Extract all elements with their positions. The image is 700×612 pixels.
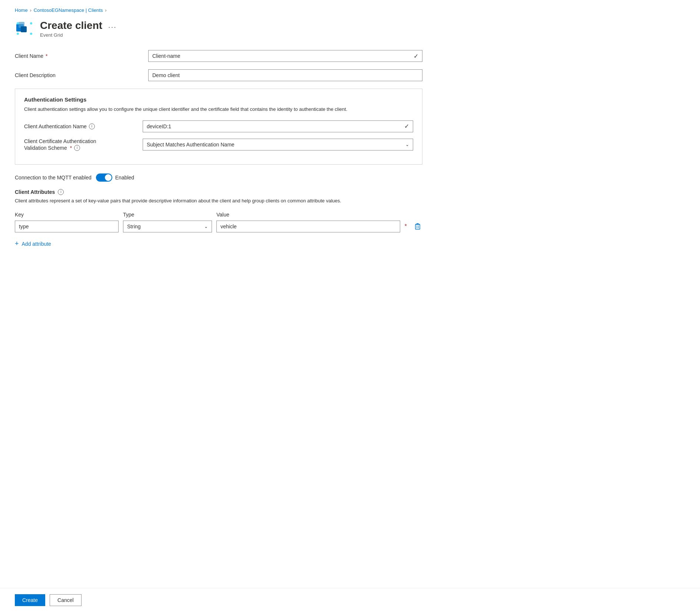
svg-point-3 (17, 22, 19, 24)
attr-type-value-0: String (127, 224, 141, 229)
form-section: Client Name * Client-name ✓ Client Descr… (15, 50, 422, 251)
cert-dropdown-arrow: ⌄ (405, 142, 409, 147)
auth-settings-box: Authentication Settings Client authentic… (15, 89, 422, 165)
breadcrumb: Home › ContosoEGNamespace | Clients › (15, 7, 430, 13)
mqtt-toggle-wrapper: Enabled (96, 173, 134, 182)
checkmark-icon: ✓ (414, 53, 418, 60)
breadcrumb-namespace[interactable]: ContosoEGNamespace | Clients (34, 7, 103, 13)
svg-rect-2 (21, 26, 27, 32)
client-desc-label: Client Description (15, 72, 148, 78)
bottom-bar: Create Cancel (0, 588, 700, 612)
client-name-value: Client-name (152, 53, 180, 59)
add-attribute-label: Add attribute (22, 241, 51, 247)
mqtt-toggle[interactable] (96, 173, 112, 182)
auth-checkmark-icon: ✓ (404, 123, 409, 130)
cert-scheme-dropdown[interactable]: Subject Matches Authentication Name ⌄ (143, 139, 413, 150)
toggle-knob (105, 174, 112, 181)
auth-name-input-wrapper[interactable]: deviceID:1 ✓ (143, 120, 413, 132)
cert-scheme-row: Client Certificate Authentication Valida… (24, 138, 413, 151)
client-name-label: Client Name * (15, 53, 148, 59)
ellipsis-button[interactable]: ... (107, 21, 118, 30)
attr-col-value-header: Value (216, 212, 422, 218)
svg-point-5 (17, 33, 19, 35)
cert-scheme-label: Client Certificate Authentication Valida… (24, 138, 143, 151)
required-star-cert: * (70, 145, 72, 151)
attr-col-type-header: Type (123, 212, 212, 218)
client-name-input-wrapper[interactable]: Client-name ✓ (148, 50, 422, 62)
auth-box-title: Authentication Settings (24, 96, 413, 103)
page-title: Create client ... (40, 20, 118, 32)
page-header: Create client ... Event Grid (15, 19, 430, 38)
create-button[interactable]: Create (15, 594, 45, 606)
client-attributes-info-icon[interactable]: i (58, 189, 64, 195)
svg-rect-8 (417, 224, 419, 224)
breadcrumb-sep1: › (30, 8, 31, 13)
attr-header-row: Key Type Value (15, 212, 422, 218)
attr-required-dot-0: * (405, 223, 407, 230)
plus-icon: + (15, 240, 19, 248)
svg-rect-9 (415, 225, 420, 229)
client-desc-row: Client Description (15, 69, 422, 81)
auth-box-desc: Client authentication settings allow you… (24, 106, 413, 113)
client-attributes-desc: Client attributes represent a set of key… (15, 197, 422, 205)
svg-point-6 (30, 33, 32, 35)
page-subtitle: Event Grid (40, 32, 118, 38)
cancel-button[interactable]: Cancel (50, 594, 82, 606)
attr-delete-btn-0[interactable] (413, 222, 422, 231)
auth-name-info-icon[interactable]: i (89, 123, 95, 129)
auth-name-label: Client Authentication Name i (24, 123, 143, 129)
attr-value-input-0[interactable] (216, 221, 400, 232)
client-desc-input-wrapper[interactable] (148, 69, 422, 81)
client-name-row: Client Name * Client-name ✓ (15, 50, 422, 62)
mqtt-label: Connection to the MQTT enabled (15, 175, 92, 181)
mqtt-status: Enabled (115, 175, 134, 181)
cert-info-icon[interactable]: i (74, 145, 80, 151)
client-desc-input[interactable] (152, 70, 418, 81)
auth-name-row: Client Authentication Name i deviceID:1 … (24, 120, 413, 132)
mqtt-row: Connection to the MQTT enabled Enabled (15, 173, 422, 182)
attr-type-arrow-0: ⌄ (204, 224, 208, 229)
breadcrumb-sep2: › (105, 8, 107, 13)
event-grid-icon (15, 19, 34, 38)
cert-scheme-value: Subject Matches Authentication Name (147, 142, 235, 148)
attr-col-key-header: Key (15, 212, 119, 218)
attr-row-0: String ⌄ * (15, 221, 422, 232)
client-attributes-title: Client Attributes (15, 189, 55, 195)
add-attribute-button[interactable]: + Add attribute (15, 237, 51, 251)
attributes-table: Key Type Value String ⌄ * (15, 212, 422, 232)
client-attributes-title-row: Client Attributes i (15, 189, 422, 195)
attr-key-input-0[interactable] (15, 221, 119, 232)
svg-point-4 (30, 22, 32, 24)
breadcrumb-home[interactable]: Home (15, 7, 28, 13)
required-star-name: * (44, 53, 47, 59)
auth-name-value: deviceID:1 (147, 123, 171, 129)
attr-type-select-0[interactable]: String ⌄ (123, 221, 212, 232)
page-title-block: Create client ... Event Grid (40, 20, 118, 38)
